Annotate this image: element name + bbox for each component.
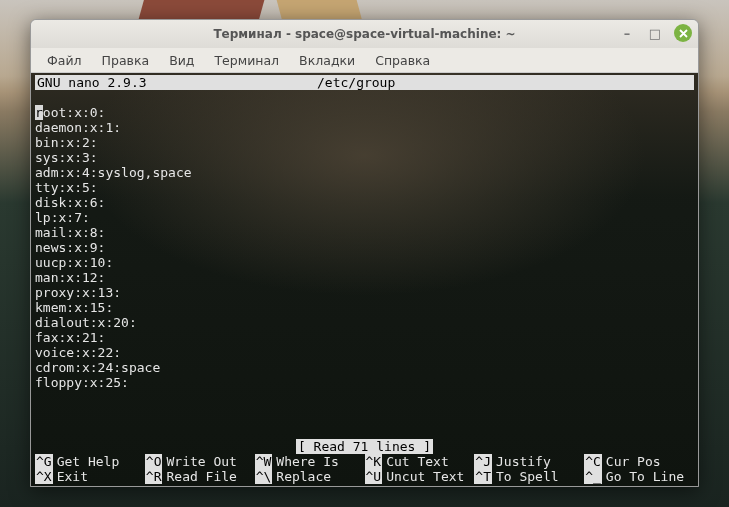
- close-button[interactable]: [674, 24, 692, 42]
- shortcut-key: ^T: [474, 469, 492, 484]
- shortcut-key: ^K: [365, 454, 383, 469]
- nano-cursor: r: [35, 105, 43, 120]
- nano-status: [ Read 71 lines ]: [31, 439, 698, 454]
- file-text: oot:x:0: daemon:x:1: bin:x:2: sys:x:3: a…: [35, 105, 192, 390]
- nano-version: GNU nano 2.9.3: [37, 75, 317, 90]
- maximize-button[interactable]: □: [646, 24, 664, 42]
- shortcut-label: Cut Text: [382, 454, 449, 469]
- shortcut-key: ^C: [584, 454, 602, 469]
- shortcut-item: ^KCut Text: [365, 454, 475, 469]
- menu-help[interactable]: Справка: [367, 51, 438, 70]
- shortcut-item: ^_Go To Line: [584, 469, 694, 484]
- shortcut-label: Cur Pos: [602, 454, 661, 469]
- shortcut-key: ^R: [145, 469, 163, 484]
- shortcut-item: ^XExit: [35, 469, 145, 484]
- shortcut-label: Read File: [162, 469, 236, 484]
- shortcut-label: Exit: [53, 469, 88, 484]
- shortcut-label: Where Is: [272, 454, 339, 469]
- minimize-button[interactable]: –: [618, 24, 636, 42]
- nano-status-text: [ Read 71 lines ]: [296, 439, 433, 454]
- nano-filename: /etc/group: [317, 75, 395, 90]
- shortcut-label: Get Help: [53, 454, 120, 469]
- shortcut-label: Write Out: [162, 454, 236, 469]
- window-controls: – □: [618, 24, 692, 42]
- shortcut-key: ^G: [35, 454, 53, 469]
- shortcut-key: ^\: [255, 469, 273, 484]
- window-title: Терминал - space@space-virtual-machine: …: [213, 27, 515, 41]
- shortcut-label: Go To Line: [602, 469, 684, 484]
- shortcut-item: ^WWhere Is: [255, 454, 365, 469]
- shortcut-item: ^\Replace: [255, 469, 365, 484]
- shortcut-key: ^J: [474, 454, 492, 469]
- close-icon: [679, 29, 688, 38]
- shortcut-label: Uncut Text: [382, 469, 464, 484]
- menu-tabs[interactable]: Вкладки: [291, 51, 363, 70]
- shortcut-item: ^CCur Pos: [584, 454, 694, 469]
- terminal-window: Терминал - space@space-virtual-machine: …: [30, 19, 699, 487]
- shortcut-item: ^GGet Help: [35, 454, 145, 469]
- nano-content: root:x:0: daemon:x:1: bin:x:2: sys:x:3: …: [35, 90, 694, 390]
- menu-file[interactable]: Файл: [39, 51, 90, 70]
- menu-terminal[interactable]: Терминал: [206, 51, 287, 70]
- shortcut-label: Replace: [272, 469, 331, 484]
- shortcut-item: ^UUncut Text: [365, 469, 475, 484]
- shortcut-item: ^RRead File: [145, 469, 255, 484]
- shortcut-key: ^W: [255, 454, 273, 469]
- shortcut-key: ^U: [365, 469, 383, 484]
- titlebar[interactable]: Терминал - space@space-virtual-machine: …: [31, 20, 698, 48]
- nano-shortcut-bar: ^GGet Help^OWrite Out^WWhere Is^KCut Tex…: [35, 454, 694, 484]
- menu-edit[interactable]: Правка: [94, 51, 158, 70]
- shortcut-item: ^TTo Spell: [474, 469, 584, 484]
- terminal-viewport[interactable]: GNU nano 2.9.3 /etc/group root:x:0: daem…: [31, 73, 698, 486]
- shortcut-key: ^X: [35, 469, 53, 484]
- nano-header: GNU nano 2.9.3 /etc/group: [35, 75, 694, 90]
- shortcut-key: ^O: [145, 454, 163, 469]
- shortcut-item: ^OWrite Out: [145, 454, 255, 469]
- menubar: Файл Правка Вид Терминал Вкладки Справка: [31, 48, 698, 73]
- shortcut-label: Justify: [492, 454, 551, 469]
- shortcut-key: ^_: [584, 469, 602, 484]
- menu-view[interactable]: Вид: [161, 51, 202, 70]
- shortcut-label: To Spell: [492, 469, 559, 484]
- shortcut-item: ^JJustify: [474, 454, 584, 469]
